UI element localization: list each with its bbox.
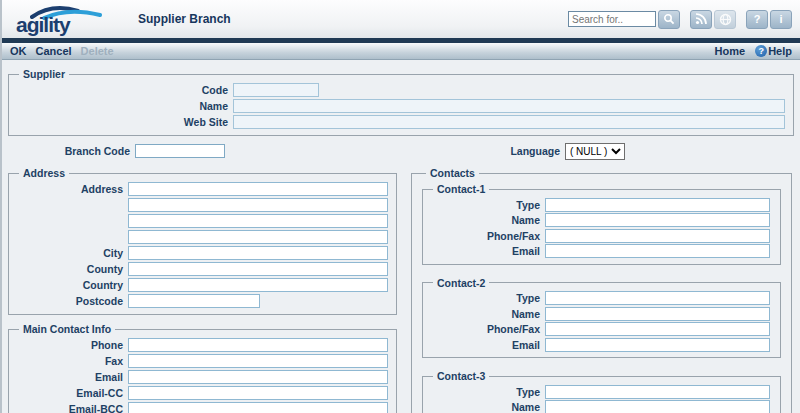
agility-logo: agility: [16, 5, 116, 34]
contact-2-type-field[interactable]: [545, 291, 770, 305]
supplier-code-field[interactable]: [233, 83, 319, 97]
globe-icon: [719, 13, 732, 26]
branch-row: Branch Code Language ( NULL ): [8, 141, 794, 161]
code-label: Code: [13, 84, 233, 96]
branch-code-label: Branch Code: [8, 145, 135, 157]
logo-text: agility: [16, 16, 70, 34]
address-legend: Address: [19, 167, 69, 179]
ok-button[interactable]: OK: [10, 45, 27, 57]
contact-3-name-field[interactable]: [545, 400, 770, 413]
supplier-legend: Supplier: [19, 68, 69, 80]
contact-2-email-field[interactable]: [545, 338, 770, 352]
contact-1-email-field[interactable]: [545, 244, 770, 258]
contact-2-name-field[interactable]: [545, 307, 770, 321]
toolbar: OK Cancel Delete Home ? Help: [2, 43, 800, 60]
help-button[interactable]: ?: [746, 10, 768, 29]
left-column: Address Address: [8, 167, 397, 413]
address-line2-field[interactable]: [128, 198, 388, 212]
city-label: City: [13, 247, 128, 259]
header: agility Supplier Branch: [2, 0, 800, 38]
contact-1-fieldset: Contact-1 Type Name Phone/Fax: [422, 183, 781, 265]
phone-label: Phone: [13, 339, 128, 351]
branch-code-field[interactable]: [135, 144, 225, 158]
email-cc-label: Email-CC: [13, 387, 128, 399]
name-label: Name: [13, 100, 233, 112]
address-line3-field[interactable]: [128, 214, 388, 228]
email-label: Email: [13, 371, 128, 383]
website-label: Web Site: [13, 116, 233, 128]
address-label: Address: [13, 183, 128, 195]
contact-2-legend: Contact-2: [433, 277, 489, 289]
rss-button[interactable]: [690, 10, 712, 29]
contact-2-fieldset: Contact-2 Type Name Phone/Fax: [422, 277, 781, 359]
phone-field[interactable]: [128, 338, 388, 352]
delete-button[interactable]: Delete: [81, 45, 114, 57]
right-column: Contacts Contact-1 Type Name Phone/Fax: [411, 167, 792, 413]
contact-1-name-label: Name: [427, 214, 545, 226]
email-bcc-label: Email-BCC: [13, 403, 128, 413]
contact-3-type-field[interactable]: [545, 385, 770, 399]
contact-1-type-label: Type: [427, 199, 545, 211]
language-label: Language: [510, 145, 565, 157]
supplier-branch-page: agility Supplier Branch: [0, 0, 800, 413]
main-contact-fieldset: Main Contact Info Phone Fax Email Em: [8, 323, 397, 413]
email-field[interactable]: [128, 370, 388, 384]
address-fieldset: Address Address: [8, 167, 397, 315]
cancel-button[interactable]: Cancel: [36, 45, 72, 57]
country-label: Country: [13, 279, 128, 291]
supplier-fieldset: Supplier Code Name Web Site: [8, 68, 794, 136]
county-label: County: [13, 263, 128, 275]
email-cc-field[interactable]: [128, 386, 388, 400]
contact-2-email-label: Email: [427, 339, 545, 351]
fax-label: Fax: [13, 355, 128, 367]
contact-1-type-field[interactable]: [545, 198, 770, 212]
rss-icon: [695, 13, 707, 25]
contact-2-phonefax-field[interactable]: [545, 322, 770, 336]
contacts-fieldset: Contacts Contact-1 Type Name Phone/Fax: [411, 167, 792, 413]
help-link[interactable]: Help: [768, 45, 792, 57]
search-icon: [663, 13, 675, 25]
globe-button[interactable]: [714, 10, 736, 29]
contact-3-name-label: Name: [427, 401, 545, 413]
contact-2-phonefax-label: Phone/Fax: [427, 323, 545, 335]
search-button[interactable]: [658, 10, 680, 29]
contacts-legend: Contacts: [426, 167, 479, 179]
county-field[interactable]: [128, 262, 388, 276]
address-line1-field[interactable]: [128, 182, 388, 196]
email-bcc-field[interactable]: [128, 402, 388, 413]
contact-1-legend: Contact-1: [433, 183, 489, 195]
question-mark-icon: ?: [754, 13, 761, 25]
address-line4-field[interactable]: [128, 230, 388, 244]
city-field[interactable]: [128, 246, 388, 260]
country-field[interactable]: [128, 278, 388, 292]
contact-1-phonefax-label: Phone/Fax: [427, 230, 545, 242]
contact-2-name-label: Name: [427, 308, 545, 320]
contact-1-email-label: Email: [427, 245, 545, 257]
main-contact-legend: Main Contact Info: [19, 323, 115, 335]
contact-3-legend: Contact-3: [433, 370, 489, 382]
contact-3-fieldset: Contact-3 Type Name Phone/Fax: [422, 370, 781, 413]
contact-1-name-field[interactable]: [545, 213, 770, 227]
help-badge-icon: ?: [755, 45, 767, 57]
contact-3-type-label: Type: [427, 386, 545, 398]
info-icon: i: [779, 13, 782, 25]
fax-field[interactable]: [128, 354, 388, 368]
search-input[interactable]: [568, 11, 656, 27]
info-button[interactable]: i: [770, 10, 792, 29]
supplier-name-field[interactable]: [233, 99, 785, 113]
supplier-website-field[interactable]: [233, 115, 785, 129]
postcode-field[interactable]: [128, 294, 260, 308]
postcode-label: Postcode: [13, 295, 128, 307]
language-select[interactable]: ( NULL ): [565, 143, 625, 160]
page-title: Supplier Branch: [138, 12, 231, 26]
contact-2-type-label: Type: [427, 292, 545, 304]
form-content: Supplier Code Name Web Site Branch Code …: [2, 60, 800, 413]
home-link[interactable]: Home: [715, 45, 746, 57]
contact-1-phonefax-field[interactable]: [545, 229, 770, 243]
